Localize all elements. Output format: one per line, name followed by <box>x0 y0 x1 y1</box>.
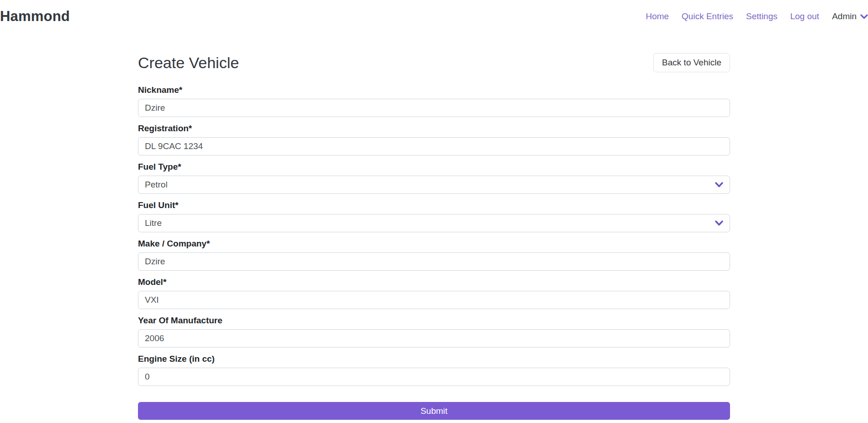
fuel-unit-field-group: Fuel Unit* Litre <box>138 200 730 232</box>
engine-size-label: Engine Size (in cc) <box>138 354 730 364</box>
nav-item-logout[interactable]: Log out <box>790 11 819 21</box>
fuel-unit-label: Fuel Unit* <box>138 200 730 210</box>
model-input[interactable] <box>138 291 730 309</box>
admin-dropdown-label: Admin <box>832 11 857 21</box>
chevron-down-icon <box>715 182 723 187</box>
nav-item-home[interactable]: Home <box>646 11 669 21</box>
chevron-down-icon <box>715 220 723 226</box>
year-label: Year Of Manufacture <box>138 316 730 326</box>
make-field-group: Make / Company* <box>138 239 730 271</box>
fuel-type-field-group: Fuel Type* Petrol <box>138 162 730 194</box>
page-title: Create Vehicle <box>138 54 239 72</box>
model-field-group: Model* <box>138 277 730 309</box>
registration-label: Registration* <box>138 123 730 134</box>
year-field-group: Year Of Manufacture <box>138 316 730 348</box>
create-vehicle-form: Nickname* Registration* Fuel Type* Petro… <box>138 85 730 420</box>
engine-size-input[interactable] <box>138 368 730 386</box>
nickname-input[interactable] <box>138 99 730 117</box>
fuel-type-select[interactable]: Petrol <box>138 176 730 194</box>
fuel-unit-selected-value: Litre <box>145 218 162 228</box>
submit-button[interactable]: Submit <box>138 402 730 420</box>
registration-field-group: Registration* <box>138 123 730 155</box>
make-label: Make / Company* <box>138 239 730 249</box>
nav-links: Home Quick Entries Settings Log out Admi… <box>646 11 868 21</box>
brand-logo[interactable]: Hammond <box>0 8 70 25</box>
admin-dropdown[interactable]: Admin <box>832 11 868 21</box>
nav-item-quick-entries[interactable]: Quick Entries <box>682 11 733 21</box>
navbar: Hammond Home Quick Entries Settings Log … <box>0 0 868 33</box>
fuel-type-label: Fuel Type* <box>138 162 730 172</box>
chevron-down-icon <box>860 14 868 19</box>
engine-size-field-group: Engine Size (in cc) <box>138 354 730 386</box>
nickname-label: Nickname* <box>138 85 730 95</box>
back-to-vehicle-button[interactable]: Back to Vehicle <box>653 53 730 72</box>
page-header: Create Vehicle Back to Vehicle <box>138 53 730 72</box>
make-input[interactable] <box>138 252 730 271</box>
model-label: Model* <box>138 277 730 287</box>
year-input[interactable] <box>138 329 730 348</box>
registration-input[interactable] <box>138 137 730 155</box>
nav-item-settings[interactable]: Settings <box>746 11 778 21</box>
main-content: Create Vehicle Back to Vehicle Nickname*… <box>138 53 730 420</box>
nickname-field-group: Nickname* <box>138 85 730 117</box>
fuel-type-selected-value: Petrol <box>145 180 168 190</box>
fuel-unit-select[interactable]: Litre <box>138 214 730 232</box>
